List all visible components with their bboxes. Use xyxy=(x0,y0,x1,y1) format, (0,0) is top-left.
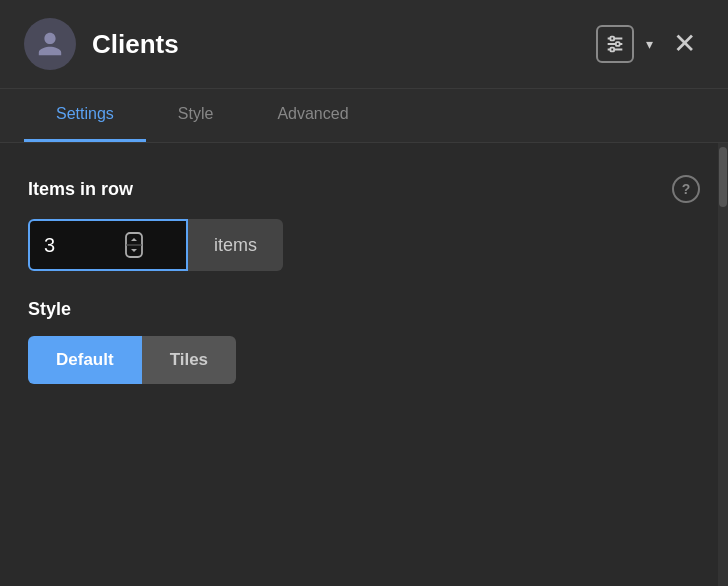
items-in-row-input[interactable] xyxy=(44,234,124,257)
style-section: Style Default Tiles xyxy=(28,299,700,384)
spinner-icon[interactable] xyxy=(124,231,144,259)
number-input-wrapper xyxy=(28,219,188,271)
scrollbar-thumb xyxy=(719,147,727,207)
page-title: Clients xyxy=(92,29,596,60)
style-tiles-button[interactable]: Tiles xyxy=(142,336,236,384)
close-button[interactable]: ✕ xyxy=(665,26,704,62)
svg-rect-5 xyxy=(610,48,614,52)
header: Clients ▾ ✕ xyxy=(0,0,728,89)
sliders-button[interactable] xyxy=(596,25,634,63)
avatar xyxy=(24,18,76,70)
style-default-button[interactable]: Default xyxy=(28,336,142,384)
items-in-row-section: Items in row ? xyxy=(28,175,700,203)
tabs-bar: Settings Style Advanced xyxy=(0,89,728,143)
person-icon xyxy=(36,30,64,58)
svg-rect-3 xyxy=(610,37,614,41)
help-icon[interactable]: ? xyxy=(672,175,700,203)
style-label: Style xyxy=(28,299,700,320)
header-actions: ▾ ✕ xyxy=(596,25,704,63)
sliders-icon xyxy=(604,33,626,55)
tab-style[interactable]: Style xyxy=(146,89,246,142)
style-buttons: Default Tiles xyxy=(28,336,700,384)
svg-rect-4 xyxy=(616,42,620,46)
spinner-arrows-icon xyxy=(124,231,144,259)
tab-settings[interactable]: Settings xyxy=(24,89,146,142)
items-in-row-input-row: items xyxy=(28,219,700,271)
scrollbar[interactable] xyxy=(718,143,728,586)
items-unit-label: items xyxy=(188,219,283,271)
settings-content: Items in row ? items Style Default Tiles xyxy=(0,143,728,586)
dropdown-arrow-button[interactable]: ▾ xyxy=(642,32,657,56)
tab-advanced[interactable]: Advanced xyxy=(245,89,380,142)
items-in-row-label: Items in row xyxy=(28,179,133,200)
